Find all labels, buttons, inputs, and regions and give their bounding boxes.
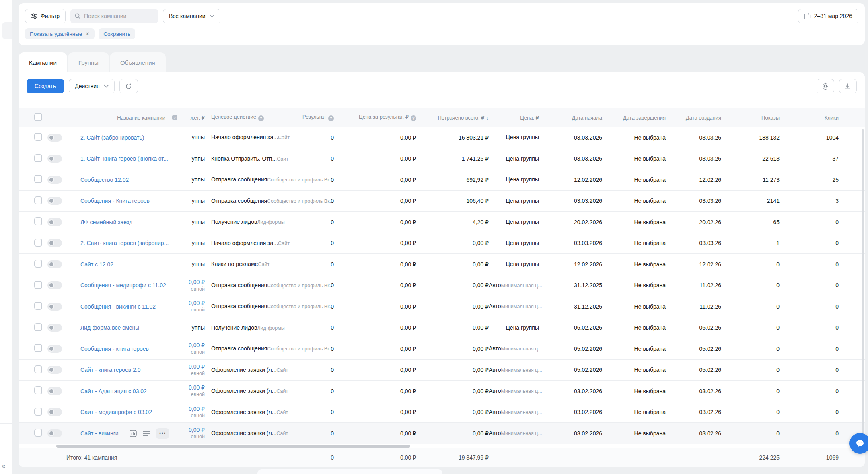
rail-handle[interactable] [2,22,12,39]
help-icon[interactable]: ? [328,115,334,121]
row-checkbox[interactable] [34,154,42,162]
date-range-button[interactable]: 2–31 мар 2026 [798,9,858,23]
column-header-result[interactable]: Результат? [295,114,334,121]
row-checkbox[interactable] [34,386,42,394]
row-checkbox[interactable] [34,365,42,373]
row-status-toggle[interactable] [47,239,62,247]
search-input[interactable] [84,13,154,19]
search-field[interactable] [70,9,158,23]
actions-dropdown[interactable]: Действия [69,79,114,93]
row-status-toggle[interactable] [47,303,62,311]
table-row[interactable]: Лид-форма все сменыуппыПолучение лидовЛи… [19,317,865,339]
row-checkbox[interactable] [34,196,42,204]
table-row[interactable]: Сайт - викинги ...•••0,00 ₽евнойОформлен… [19,423,865,444]
row-checkbox[interactable] [34,408,42,416]
campaign-name-link[interactable]: Сообщения - медипрофи с 11.02 [80,282,166,289]
column-header-action[interactable]: Целевое действие? [206,114,295,121]
vertical-scrollbar[interactable] [862,129,864,437]
campaign-name-link[interactable]: 1. Сайт- книга героев (кнопка от... [80,155,168,162]
row-checkbox[interactable] [34,217,42,225]
campaign-name-link[interactable]: Сообщения - книга героев [80,346,149,352]
row-status-toggle[interactable] [47,324,62,332]
campaign-name-link[interactable]: Лид-форма все смены [80,324,139,331]
chip-show-deleted[interactable]: Показать удалённые ✕ [25,28,95,39]
row-status-toggle[interactable] [47,345,62,353]
table-row[interactable]: 2. Сайт (забронировать)уппыНачало оформл… [19,127,865,148]
support-chat-button[interactable] [849,433,868,454]
more-actions-button[interactable]: ••• [156,428,169,439]
table-row[interactable]: Сайт с 12.02уппыКлики по рекламеСайт00,0… [19,254,865,275]
campaign-name-link[interactable]: Сообщения - викинги с 11.02 [80,303,156,310]
filter-button[interactable]: Фильтр [25,9,66,23]
tab-groups[interactable]: Группы [68,52,109,72]
table-row[interactable]: Сайт - медиапрофи с 03.020,00 ₽евнойОфор… [19,402,865,423]
column-header-budget[interactable]: жет, ₽ [183,108,206,127]
row-checkbox[interactable] [34,260,42,268]
table-row[interactable]: 1. Сайт- книга героев (кнопка от...уппыК… [19,148,865,170]
campaign-name-link[interactable]: Сообщения - Книга героев [80,198,150,204]
table-row[interactable]: Сайт - Адаптация с 03.020,00 ₽евнойОформ… [19,381,865,402]
row-checkbox[interactable] [34,133,42,141]
row-checkbox[interactable] [34,344,42,352]
scope-select[interactable]: Все кампании [163,9,220,23]
table-row[interactable]: 2. Сайт- книга героев (забронир...уппыНа… [19,233,865,254]
column-header-end[interactable]: Дата завершения [602,115,666,121]
table-row[interactable]: Сайт - книга героев 2.00,00 ₽евнойОформл… [19,360,865,381]
tab-campaigns[interactable]: Кампании [19,52,67,72]
column-header-cpr[interactable]: Цена за результат, ₽? [334,114,416,121]
help-icon[interactable]: ? [172,115,177,120]
help-icon[interactable]: ? [411,115,416,121]
export-button[interactable] [839,79,857,93]
refresh-button[interactable] [119,79,138,93]
details-list-icon[interactable] [143,431,150,436]
table-settings-button[interactable] [817,79,834,93]
tab-ads[interactable]: Объявления [110,52,166,72]
horizontal-scrollbar[interactable] [56,445,410,448]
table-row[interactable]: Сообщения - медипрофи с 11.020,00 ₽евной… [19,275,865,297]
table-row[interactable]: Сообщения - Книга героевуппыОтправка соо… [19,191,865,212]
row-status-toggle[interactable] [47,155,62,163]
chip-save-filter[interactable]: Сохранить [99,28,135,39]
remove-chip-icon[interactable]: ✕ [85,31,90,37]
campaign-name-link[interactable]: Сайт - викинги ... [80,430,125,437]
select-all-checkbox[interactable] [34,113,42,121]
campaign-name-link[interactable]: 2. Сайт (забронировать) [80,134,144,141]
campaign-name-link[interactable]: Сообщество 12.02 [80,177,129,183]
help-icon[interactable]: ? [258,115,264,121]
row-checkbox[interactable] [34,302,42,310]
statistics-icon[interactable] [129,429,137,437]
collapse-sidebar-icon[interactable]: « [2,462,5,470]
table-row[interactable]: Сообщество 12.02уппыОтправка сообщенияСо… [19,169,865,191]
row-checkbox[interactable] [34,281,42,289]
campaign-name-link[interactable]: Сайт - Адаптация с 03.02 [80,388,147,394]
row-status-toggle[interactable] [47,366,62,374]
campaign-name-link[interactable]: ЛФ семейный заезд [80,219,132,225]
campaign-name-link[interactable]: Сайт - книга героев 2.0 [80,367,141,373]
row-checkbox[interactable] [34,429,42,437]
column-header-clicks[interactable]: Клики [780,115,839,121]
table-row[interactable]: Сообщения - викинги с 11.020,00 ₽евнойОт… [19,296,865,317]
column-header-impressions[interactable]: Показы [721,115,780,121]
campaign-name-link[interactable]: Сайт с 12.02 [80,261,113,268]
column-header-start[interactable]: Дата начала [539,115,602,121]
row-status-toggle[interactable] [47,218,62,226]
column-header-name[interactable]: Название кампании? [80,115,183,121]
column-header-price[interactable]: Цена, ₽ [489,115,539,121]
row-status-toggle[interactable] [47,134,62,142]
table-row[interactable]: Сообщения - книга героев0,00 ₽евнойОтпра… [19,338,865,360]
row-checkbox[interactable] [34,239,42,247]
campaign-name-link[interactable]: Сайт - медиапрофи с 03.02 [80,409,152,415]
row-status-toggle[interactable] [47,197,62,205]
row-checkbox[interactable] [34,323,42,331]
column-header-created[interactable]: Дата создания [666,115,721,121]
table-row[interactable]: ЛФ семейный заездуппыПолучение лидовЛид-… [19,212,865,233]
row-status-toggle[interactable] [47,429,62,437]
column-header-spent[interactable]: Потрачено всего, ₽↓ [416,115,489,121]
row-status-toggle[interactable] [47,281,62,289]
row-status-toggle[interactable] [47,176,62,184]
row-status-toggle[interactable] [47,408,62,416]
row-checkbox[interactable] [34,175,42,183]
create-button[interactable]: Создать [27,79,64,93]
row-status-toggle[interactable] [47,387,62,395]
campaign-name-link[interactable]: 2. Сайт- книга героев (забронир... [80,240,169,246]
